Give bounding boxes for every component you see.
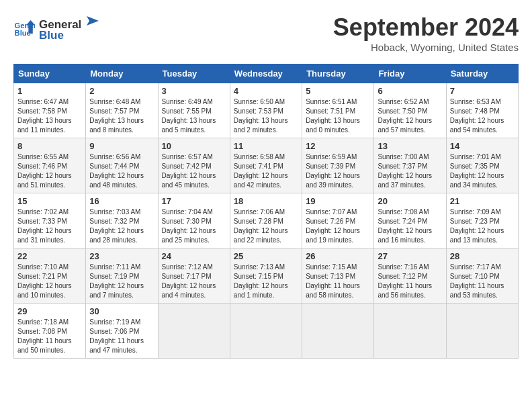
- cell-info: Sunrise: 6:51 AM Sunset: 7:51 PM Dayligh…: [306, 97, 370, 135]
- daylight-label: Daylight: 12 hours and 4 minutes.: [162, 282, 216, 299]
- day-number: 12: [306, 141, 370, 151]
- title-block: September 2024 Hoback, Wyoming, United S…: [333, 13, 519, 53]
- calendar-cell: 15 Sunrise: 7:02 AM Sunset: 7:33 PM Dayl…: [14, 193, 86, 248]
- calendar-cell: 21 Sunrise: 7:09 AM Sunset: 7:23 PM Dayl…: [446, 193, 518, 248]
- cell-info: Sunrise: 7:03 AM Sunset: 7:32 PM Dayligh…: [89, 208, 154, 245]
- sunrise-label: Sunrise: 7:09 AM: [450, 208, 501, 216]
- day-number: 22: [17, 251, 82, 261]
- daylight-label: Daylight: 12 hours and 13 minutes.: [450, 227, 504, 244]
- cell-info: Sunrise: 7:15 AM Sunset: 7:13 PM Dayligh…: [306, 263, 370, 300]
- sunrise-label: Sunrise: 6:48 AM: [89, 98, 140, 105]
- weekday-header-friday: Friday: [374, 64, 446, 83]
- cell-info: Sunrise: 6:49 AM Sunset: 7:55 PM Dayligh…: [162, 97, 226, 135]
- page-header: General Blue General Blue September 2024…: [13, 13, 519, 53]
- cell-info: Sunrise: 7:06 AM Sunset: 7:28 PM Dayligh…: [234, 208, 298, 245]
- calendar-cell: 14 Sunrise: 7:01 AM Sunset: 7:35 PM Dayl…: [446, 138, 518, 193]
- calendar-cell: 6 Sunrise: 6:52 AM Sunset: 7:50 PM Dayli…: [374, 83, 446, 138]
- daylight-label: Daylight: 13 hours and 5 minutes.: [162, 117, 216, 134]
- day-number: 6: [378, 86, 442, 96]
- daylight-label: Daylight: 12 hours and 42 minutes.: [234, 172, 288, 189]
- daylight-label: Daylight: 13 hours and 11 minutes.: [17, 117, 72, 134]
- calendar-cell: 26 Sunrise: 7:15 AM Sunset: 7:13 PM Dayl…: [302, 248, 374, 304]
- cell-info: Sunrise: 6:55 AM Sunset: 7:46 PM Dayligh…: [17, 152, 82, 190]
- sunrise-label: Sunrise: 7:13 AM: [234, 263, 285, 271]
- sunset-label: Sunset: 7:57 PM: [89, 107, 139, 115]
- calendar-header-row: SundayMondayTuesdayWednesdayThursdayFrid…: [14, 64, 519, 83]
- calendar-table: SundayMondayTuesdayWednesdayThursdayFrid…: [13, 64, 519, 359]
- day-number: 7: [450, 86, 515, 96]
- daylight-label: Daylight: 12 hours and 39 minutes.: [306, 172, 360, 189]
- sunset-label: Sunset: 7:32 PM: [89, 218, 139, 225]
- calendar-week-4: 22 Sunrise: 7:10 AM Sunset: 7:21 PM Dayl…: [14, 248, 519, 304]
- sunrise-label: Sunrise: 6:50 AM: [234, 98, 285, 105]
- calendar-cell: [374, 304, 446, 359]
- day-number: 18: [234, 196, 298, 206]
- cell-info: Sunrise: 7:00 AM Sunset: 7:37 PM Dayligh…: [378, 152, 442, 190]
- cell-info: Sunrise: 6:50 AM Sunset: 7:53 PM Dayligh…: [234, 97, 298, 135]
- sunset-label: Sunset: 7:19 PM: [89, 273, 139, 280]
- sunset-label: Sunset: 7:26 PM: [306, 218, 355, 225]
- daylight-label: Daylight: 12 hours and 16 minutes.: [378, 227, 432, 244]
- calendar-cell: 1 Sunrise: 6:47 AM Sunset: 7:58 PM Dayli…: [14, 83, 86, 138]
- sunrise-label: Sunrise: 7:17 AM: [450, 263, 501, 271]
- cell-info: Sunrise: 6:59 AM Sunset: 7:39 PM Dayligh…: [306, 152, 370, 190]
- day-number: 26: [306, 251, 370, 261]
- month-title: September 2024: [333, 13, 519, 42]
- cell-info: Sunrise: 6:57 AM Sunset: 7:42 PM Dayligh…: [162, 152, 226, 190]
- daylight-label: Daylight: 12 hours and 7 minutes.: [89, 282, 144, 299]
- sunrise-label: Sunrise: 6:47 AM: [17, 98, 69, 105]
- calendar-cell: 23 Sunrise: 7:11 AM Sunset: 7:19 PM Dayl…: [86, 248, 158, 304]
- daylight-label: Daylight: 11 hours and 58 minutes.: [306, 282, 360, 299]
- daylight-label: Daylight: 12 hours and 37 minutes.: [378, 172, 432, 189]
- sunset-label: Sunset: 7:58 PM: [17, 107, 67, 115]
- cell-info: Sunrise: 6:48 AM Sunset: 7:57 PM Dayligh…: [89, 97, 154, 135]
- sunset-label: Sunset: 7:42 PM: [162, 163, 212, 170]
- sunset-label: Sunset: 7:21 PM: [17, 273, 67, 280]
- day-number: 29: [17, 306, 82, 316]
- calendar-week-1: 1 Sunrise: 6:47 AM Sunset: 7:58 PM Dayli…: [14, 83, 519, 138]
- calendar-cell: 5 Sunrise: 6:51 AM Sunset: 7:51 PM Dayli…: [302, 83, 374, 138]
- day-number: 19: [306, 196, 370, 206]
- daylight-label: Daylight: 12 hours and 19 minutes.: [306, 227, 360, 244]
- sunrise-label: Sunrise: 7:07 AM: [306, 208, 357, 216]
- sunrise-label: Sunrise: 7:15 AM: [306, 263, 357, 271]
- day-number: 25: [234, 251, 298, 261]
- calendar-cell: 13 Sunrise: 7:00 AM Sunset: 7:37 PM Dayl…: [374, 138, 446, 193]
- day-number: 23: [89, 251, 154, 261]
- sunrise-label: Sunrise: 6:59 AM: [306, 153, 357, 161]
- day-number: 24: [162, 251, 226, 261]
- cell-info: Sunrise: 7:13 AM Sunset: 7:15 PM Dayligh…: [234, 263, 298, 300]
- daylight-label: Daylight: 12 hours and 51 minutes.: [17, 172, 72, 189]
- day-number: 2: [89, 86, 154, 96]
- calendar-cell: 20 Sunrise: 7:08 AM Sunset: 7:24 PM Dayl…: [374, 193, 446, 248]
- day-number: 13: [378, 141, 442, 151]
- daylight-label: Daylight: 11 hours and 47 minutes.: [89, 337, 144, 354]
- sunset-label: Sunset: 7:48 PM: [450, 107, 500, 115]
- sunset-label: Sunset: 7:28 PM: [234, 218, 283, 225]
- sunrise-label: Sunrise: 7:04 AM: [162, 208, 213, 216]
- daylight-label: Daylight: 11 hours and 53 minutes.: [450, 282, 504, 299]
- cell-info: Sunrise: 7:12 AM Sunset: 7:17 PM Dayligh…: [162, 263, 226, 300]
- calendar-week-2: 8 Sunrise: 6:55 AM Sunset: 7:46 PM Dayli…: [14, 138, 519, 193]
- sunset-label: Sunset: 7:30 PM: [162, 218, 212, 225]
- calendar-week-5: 29 Sunrise: 7:18 AM Sunset: 7:08 PM Dayl…: [14, 304, 519, 359]
- daylight-label: Daylight: 12 hours and 34 minutes.: [450, 172, 504, 189]
- cell-info: Sunrise: 7:18 AM Sunset: 7:08 PM Dayligh…: [17, 318, 82, 355]
- daylight-label: Daylight: 12 hours and 31 minutes.: [17, 227, 72, 244]
- sunrise-label: Sunrise: 7:02 AM: [17, 208, 69, 216]
- day-number: 30: [89, 306, 154, 316]
- sunset-label: Sunset: 7:53 PM: [234, 107, 283, 115]
- sunset-label: Sunset: 7:33 PM: [17, 218, 67, 225]
- sunrise-label: Sunrise: 7:18 AM: [17, 318, 69, 326]
- sunrise-label: Sunrise: 6:55 AM: [17, 153, 69, 161]
- sunrise-label: Sunrise: 7:16 AM: [378, 263, 429, 271]
- svg-marker-3: [87, 16, 99, 26]
- cell-info: Sunrise: 7:04 AM Sunset: 7:30 PM Dayligh…: [162, 208, 226, 245]
- sunset-label: Sunset: 7:44 PM: [89, 163, 139, 170]
- day-number: 11: [234, 141, 298, 151]
- calendar-cell: [230, 304, 302, 359]
- weekday-header-monday: Monday: [86, 64, 158, 83]
- sunrise-label: Sunrise: 7:01 AM: [450, 153, 501, 161]
- calendar-cell: 8 Sunrise: 6:55 AM Sunset: 7:46 PM Dayli…: [14, 138, 86, 193]
- calendar-cell: 18 Sunrise: 7:06 AM Sunset: 7:28 PM Dayl…: [230, 193, 302, 248]
